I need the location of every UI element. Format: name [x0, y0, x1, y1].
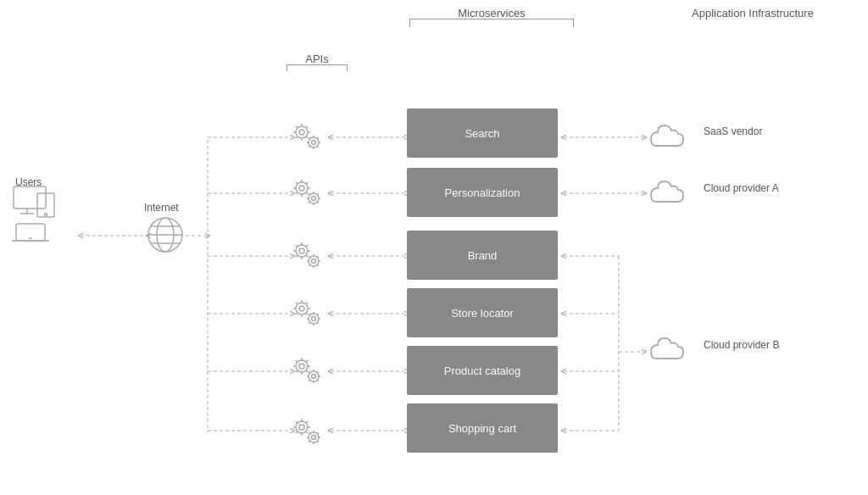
svg-line-55: [317, 137, 319, 139]
svg-line-123: [306, 370, 308, 372]
svg-line-82: [296, 245, 298, 247]
gear-group-store-locator: [287, 297, 333, 334]
svg-line-103: [306, 313, 308, 314]
gear-group-personalization: [287, 176, 333, 214]
svg-point-77: [299, 248, 304, 253]
svg-line-134: [309, 380, 310, 381]
svg-line-45: [306, 126, 308, 128]
svg-line-63: [306, 192, 308, 194]
svg-point-137: [299, 425, 304, 430]
svg-line-94: [309, 264, 310, 266]
svg-point-67: [312, 197, 316, 201]
svg-line-43: [306, 136, 308, 138]
microservices-header: Microservices: [407, 7, 576, 19]
gear-group-brand: [287, 239, 333, 276]
svg-point-36: [296, 126, 308, 138]
svg-line-93: [317, 264, 319, 266]
svg-point-107: [312, 317, 316, 321]
svg-line-135: [317, 371, 319, 373]
service-box-product-catalog: Product catalog: [407, 346, 558, 395]
svg-line-113: [317, 322, 319, 324]
svg-line-53: [317, 146, 319, 147]
svg-point-147: [312, 436, 316, 440]
svg-line-72: [309, 193, 310, 195]
svg-line-75: [317, 193, 319, 195]
architecture-diagram: Microservices APIs Application Infrastru…: [0, 0, 868, 495]
svg-line-44: [296, 136, 298, 138]
cloud-provider-b-label: Cloud provider B: [704, 339, 779, 351]
service-box-brand: Brand: [407, 231, 558, 280]
svg-line-122: [296, 360, 298, 362]
cloud-provider-a-label: Cloud provider A: [704, 182, 779, 194]
svg-line-104: [296, 313, 298, 314]
apis-header: APIs: [283, 53, 351, 65]
gear-group-product-catalog: [287, 354, 333, 392]
gear-group-search: [287, 120, 333, 158]
svg-line-54: [309, 146, 310, 147]
svg-line-155: [317, 432, 319, 434]
svg-point-47: [312, 141, 316, 145]
gear-group-shopping-cart: [287, 415, 333, 453]
svg-line-125: [306, 360, 308, 362]
apis-bracket: [287, 64, 348, 71]
svg-point-87: [312, 259, 316, 264]
svg-line-132: [309, 371, 310, 373]
service-box-personalization: Personalization: [407, 168, 558, 217]
svg-line-102: [296, 303, 298, 304]
svg-line-62: [296, 182, 298, 184]
svg-point-96: [296, 303, 308, 314]
svg-line-144: [296, 431, 298, 433]
svg-line-112: [309, 314, 310, 315]
svg-point-56: [296, 182, 308, 194]
svg-line-64: [296, 192, 298, 194]
svg-point-37: [299, 130, 304, 135]
svg-line-153: [317, 441, 319, 442]
svg-line-85: [306, 245, 308, 247]
svg-line-145: [306, 421, 308, 423]
svg-line-84: [296, 255, 298, 257]
svg-line-42: [296, 126, 298, 128]
svg-line-152: [309, 432, 310, 434]
svg-line-142: [296, 421, 298, 423]
svg-line-52: [309, 137, 310, 139]
svg-rect-23: [14, 186, 46, 209]
svg-line-105: [306, 303, 308, 304]
svg-line-83: [306, 255, 308, 257]
svg-line-124: [296, 370, 298, 372]
cloud-saas-vendor: [646, 114, 701, 159]
app-infrastructure-header: Application Infrastructure: [651, 7, 854, 19]
svg-line-154: [309, 441, 310, 442]
svg-line-114: [309, 322, 310, 324]
svg-point-127: [312, 375, 316, 379]
svg-line-74: [309, 202, 310, 203]
svg-line-92: [309, 256, 310, 258]
svg-point-136: [296, 421, 308, 433]
svg-point-57: [299, 186, 304, 191]
service-box-search: Search: [407, 108, 558, 158]
microservices-bracket: [409, 19, 574, 27]
svg-line-65: [306, 182, 308, 184]
cloud-provider-a: [646, 170, 701, 215]
internet-label: Internet: [144, 202, 179, 214]
svg-line-143: [306, 431, 308, 433]
saas-vendor-label: SaaS vendor: [704, 125, 762, 137]
svg-line-115: [317, 314, 319, 315]
svg-point-27: [45, 214, 47, 216]
internet-globe-icon: [144, 214, 186, 256]
svg-point-97: [299, 306, 304, 311]
users-devices-icon: [12, 185, 80, 248]
svg-point-117: [299, 364, 304, 369]
svg-point-76: [296, 245, 308, 257]
svg-line-73: [317, 202, 319, 203]
cloud-provider-b: [646, 326, 701, 372]
service-box-shopping-cart: Shopping cart: [407, 403, 558, 453]
svg-point-116: [296, 360, 308, 372]
svg-line-133: [317, 380, 319, 381]
service-box-store-locator: Store locator: [407, 288, 558, 337]
svg-line-95: [317, 256, 319, 258]
